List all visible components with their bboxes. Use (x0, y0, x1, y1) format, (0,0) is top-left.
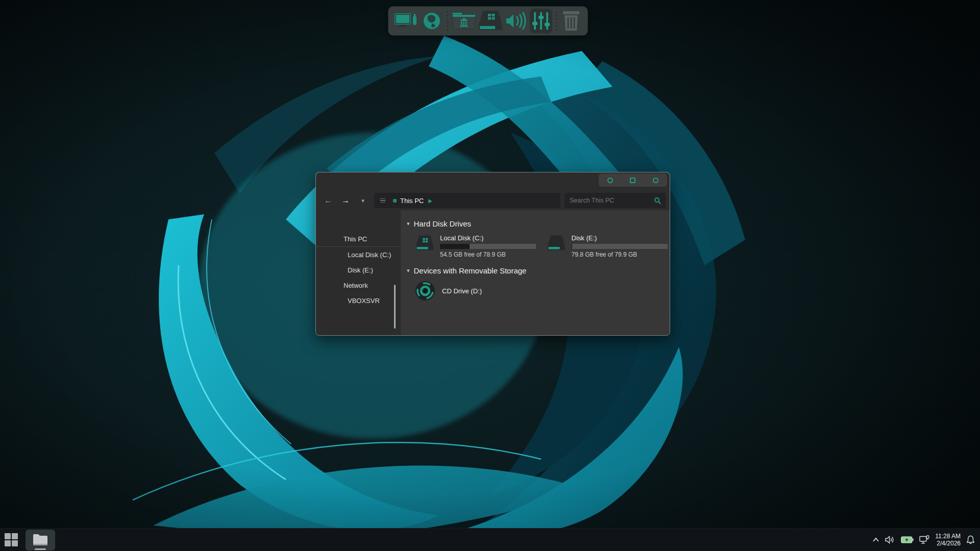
chevron-down-icon: ▾ (407, 220, 410, 227)
address-menu-icon (380, 198, 385, 203)
file-explorer-window: ← → ▾ This PC ▶ This PC Local Disk (C:) (315, 172, 670, 336)
back-icon[interactable]: ← (322, 196, 334, 205)
date: 2/4/2026 (935, 540, 961, 547)
content-pane: ▾ Hard Disk Drives Local Dis (401, 210, 670, 335)
windows-logo-icon (5, 533, 18, 546)
start-button[interactable] (0, 529, 22, 551)
taskbar: 11:28 AM 2/4/2026 (0, 528, 980, 551)
maximize-button[interactable] (630, 178, 635, 183)
shared-folder-icon[interactable] (451, 9, 477, 33)
sidebar-item-local-disk-c[interactable]: Local Disk (C:) (316, 247, 401, 262)
navigation-pane: This PC Local Disk (C:) Disk (E:) Networ… (316, 210, 401, 335)
window-controls (599, 173, 667, 187)
hard-drive-icon (546, 233, 567, 254)
vm-dock (388, 6, 588, 36)
search-icon[interactable] (654, 197, 662, 205)
audio-speaker-icon[interactable] (504, 9, 530, 33)
chevron-down-icon: ▾ (407, 267, 410, 274)
dock-separator (555, 11, 557, 31)
hidden-icons-chevron-icon[interactable] (872, 537, 879, 542)
search-input[interactable] (570, 197, 654, 204)
cd-drive-icon (414, 280, 436, 302)
sidebar-item-vboxsvr[interactable]: VBOXSVR (316, 293, 401, 308)
address-location: This PC (400, 197, 424, 205)
chevron-down-icon[interactable]: ▾ (357, 198, 369, 204)
drive-tile-local-disk-c[interactable]: Local Disk (C:) 54.5 GB free of 78.9 GB (414, 233, 538, 258)
trash-icon[interactable] (560, 9, 582, 33)
sidebar-scrollbar[interactable] (394, 285, 396, 329)
active-app-indicator (35, 548, 46, 550)
file-explorer-taskbar-button[interactable] (26, 530, 55, 550)
battery-charging-icon[interactable] (901, 536, 914, 543)
dock-separator (447, 11, 448, 31)
display-and-device-icon[interactable] (394, 9, 420, 33)
sidebar-item-disk-e[interactable]: Disk (E:) (316, 262, 401, 278)
boot-drive-icon[interactable] (477, 9, 504, 33)
hard-drive-icon (414, 233, 435, 254)
mixer-sliders-icon[interactable] (530, 9, 552, 33)
search-box[interactable] (565, 193, 666, 208)
section-header-removable-storage[interactable]: ▾ Devices with Removable Storage (407, 266, 670, 275)
minimize-button[interactable] (607, 178, 613, 183)
forward-icon[interactable]: → (339, 196, 352, 205)
sidebar-item-network[interactable]: Network (316, 278, 401, 293)
folder-icon (33, 534, 48, 546)
disk-usage-bar (440, 244, 536, 249)
chevron-right-icon: ▶ (428, 198, 432, 204)
address-bar[interactable]: This PC ▶ (374, 193, 560, 208)
volume-icon[interactable] (885, 536, 895, 544)
this-pc-icon (393, 199, 397, 203)
drive-tile-cd-drive-d[interactable]: CD Drive (D:) (414, 280, 670, 302)
disk-usage-bar (572, 244, 668, 249)
drive-tile-disk-e[interactable]: Disk (E:) 79.8 GB free of 79.9 GB (546, 233, 670, 258)
section-header-hard-disk-drives[interactable]: ▾ Hard Disk Drives (407, 219, 670, 228)
notifications-bell-icon[interactable] (966, 535, 975, 544)
navigation-bar: ← → ▾ This PC ▶ (316, 191, 670, 210)
title-bar[interactable] (316, 172, 670, 191)
system-tray: 11:28 AM 2/4/2026 (872, 529, 980, 551)
sidebar-item-this-pc[interactable]: This PC (316, 232, 401, 247)
clock[interactable]: 11:28 AM 2/4/2026 (935, 533, 961, 547)
display-connection-icon[interactable] (919, 535, 929, 544)
time: 11:28 AM (935, 533, 961, 540)
network-globe-icon[interactable] (420, 9, 444, 33)
close-button[interactable] (653, 178, 658, 183)
